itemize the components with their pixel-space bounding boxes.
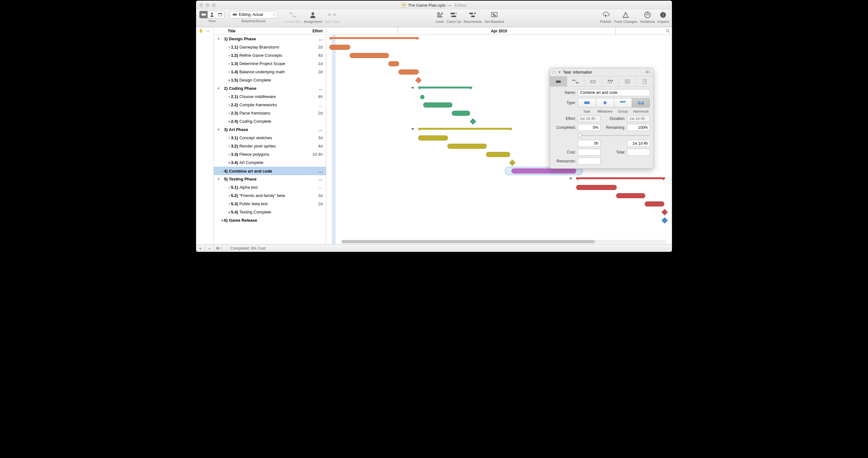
gantt-group-bar[interactable]: .bar.group::before,.bar.group::after{bor…: [418, 128, 512, 130]
gantt-bar[interactable]: [452, 111, 470, 116]
titlebar[interactable]: The Game Plan.oplx — Edited: [196, 1, 672, 9]
task-row[interactable]: ●5.1)Alpha test…: [214, 183, 326, 192]
task-rows[interactable]: ▼1)Design Phase…●1.1)Gameplay Brainstorm…: [214, 35, 326, 244]
outline-header[interactable]: Title Effort: [214, 27, 326, 35]
disclosure-icon[interactable]: ▼: [216, 37, 221, 41]
type-milestone-button[interactable]: [596, 98, 614, 107]
view-resources-button[interactable]: [208, 11, 216, 18]
note-icon[interactable]: ▭: [206, 29, 211, 33]
gantt-milestone[interactable]: [509, 160, 516, 166]
effort-column-header[interactable]: Effort: [307, 29, 326, 33]
chevron-down-icon[interactable]: ▼: [558, 70, 561, 74]
done-hours-field[interactable]: [578, 140, 600, 147]
gantt-bar[interactable]: [486, 152, 510, 157]
gantt-milestone[interactable]: [470, 118, 476, 125]
resources-field[interactable]: [578, 158, 600, 165]
remaining-duration-field[interactable]: [627, 140, 650, 147]
task-row[interactable]: ▼5)Testing Phase…: [214, 175, 326, 183]
gantt-milestone[interactable]: [661, 217, 668, 224]
task-row[interactable]: ●2.2)Compile frameworks…: [214, 101, 326, 109]
gantt-bar[interactable]: [576, 185, 617, 190]
task-row[interactable]: ●3.3)Fleece polygons2d 4h: [214, 150, 326, 159]
inspector-tab-scheduling[interactable]: [584, 76, 602, 86]
scrollbar-thumb[interactable]: [341, 240, 595, 243]
hand-icon[interactable]: ✋: [198, 29, 204, 33]
timeline-header[interactable]: Apr 2015: [326, 27, 672, 35]
gantt-group-bar[interactable]: .bar.group::before,.bar.group::after{bor…: [329, 37, 419, 39]
assignment-button[interactable]: [308, 11, 317, 19]
duration-field[interactable]: [627, 115, 650, 122]
disclosure-icon[interactable]: ▼: [216, 87, 221, 90]
baseline-actual-dropdown[interactable]: Editing: Actual: [230, 11, 277, 19]
search-icon[interactable]: [665, 29, 670, 33]
catch-up-button[interactable]: [449, 11, 458, 19]
group-disclosure-icon[interactable]: [411, 87, 414, 89]
group-disclosure-icon[interactable]: [569, 177, 572, 180]
gantt-bar[interactable]: [616, 193, 645, 198]
violations-button[interactable]: [643, 11, 652, 19]
type-task-button[interactable]: [578, 98, 596, 107]
task-row[interactable]: ●3.2)Render pixel sprites4d: [214, 142, 326, 150]
completed-field[interactable]: [578, 124, 600, 131]
gantt-dot[interactable]: [420, 95, 425, 99]
task-inspector[interactable]: ▼ Task: Information ⌘1 Name: Type:: [550, 68, 654, 169]
remove-button[interactable]: −: [205, 244, 214, 252]
completion-slider[interactable]: [578, 133, 650, 138]
type-hammock-button[interactable]: [632, 98, 650, 107]
task-row[interactable]: ●5.3)Public beta test2d: [214, 200, 326, 208]
inspector-tab-attachments[interactable]: [637, 76, 654, 86]
close-icon[interactable]: [199, 3, 203, 7]
task-row[interactable]: ●1.4)Balance underlying math2d: [214, 68, 326, 76]
gantt-bar[interactable]: [388, 61, 399, 66]
view-segmented[interactable]: [199, 11, 225, 19]
level-button[interactable]: [435, 11, 444, 19]
inspector-tab-info[interactable]: [550, 76, 567, 86]
task-row[interactable]: ▼3)Art Phase…: [214, 126, 326, 134]
task-row[interactable]: ●2.3)Parse framistans2d: [214, 109, 326, 117]
gantt-bar[interactable]: [423, 102, 453, 107]
gantt-bar[interactable]: [645, 201, 664, 206]
inspector-close-icon[interactable]: [552, 71, 556, 74]
inspect-button[interactable]: i: [659, 11, 668, 19]
task-row[interactable]: ◆3.4)Art Complete: [214, 159, 326, 167]
gantt-bar[interactable]: [350, 53, 389, 58]
inspector-tabs[interactable]: [550, 76, 653, 87]
gantt-milestone[interactable]: [661, 209, 668, 216]
gantt-group-bar[interactable]: .bar.group::before,.bar.group::after{bor…: [418, 87, 472, 89]
gantt-bar[interactable]: [329, 45, 350, 50]
task-row[interactable]: ●3.1)Concept sketches3d: [214, 134, 326, 142]
add-button[interactable]: +: [196, 244, 205, 252]
task-row[interactable]: ▼1)Design Phase…: [214, 35, 326, 43]
task-row[interactable]: ◆1.5)Design Complete: [214, 76, 326, 85]
total-field[interactable]: [627, 149, 650, 156]
publish-button[interactable]: [601, 11, 610, 19]
task-row[interactable]: ●1.1)Gameplay Brainstorm2d: [214, 43, 326, 52]
type-segmented[interactable]: [578, 98, 650, 107]
gantt-bar[interactable]: [418, 135, 448, 140]
task-row[interactable]: ●1.2)Refine Game Concepts4d: [214, 52, 326, 60]
gantt-bar[interactable]: [512, 168, 576, 173]
title-column-header[interactable]: Title: [214, 29, 307, 33]
task-row[interactable]: ●4)Combine art and code…: [214, 167, 326, 175]
action-menu-button[interactable]: ✲▾: [214, 244, 223, 252]
inspector-titlebar[interactable]: ▼ Task: Information ⌘1: [550, 68, 653, 76]
task-row[interactable]: ●2.1)Choose middleware4h: [214, 93, 326, 101]
gantt-bar[interactable]: [399, 69, 419, 74]
gantt-group-bar[interactable]: .bar.group::before,.bar.group::after{bor…: [576, 177, 665, 179]
track-changes-button[interactable]: [621, 11, 630, 19]
disclosure-icon[interactable]: ▼: [216, 177, 221, 181]
horizontal-scrollbar[interactable]: [341, 240, 666, 243]
window-controls[interactable]: [199, 3, 216, 7]
task-row[interactable]: ●1.3)Determine Project Scope1d: [214, 60, 326, 68]
group-disclosure-icon[interactable]: [411, 128, 414, 130]
task-row[interactable]: ◆2.4)Coding Complete: [214, 117, 326, 126]
disclosure-icon[interactable]: ▼: [216, 128, 221, 131]
view-calendar-button[interactable]: [216, 11, 224, 18]
view-gantt-button[interactable]: [199, 11, 208, 18]
task-row[interactable]: ◆5.4)Testing Complete: [214, 208, 326, 216]
set-baseline-button[interactable]: [490, 11, 499, 19]
inspector-tab-resources[interactable]: [602, 76, 619, 86]
name-field[interactable]: [578, 89, 650, 96]
gantt-milestone[interactable]: [415, 77, 422, 84]
gantt-bar[interactable]: [447, 144, 487, 149]
